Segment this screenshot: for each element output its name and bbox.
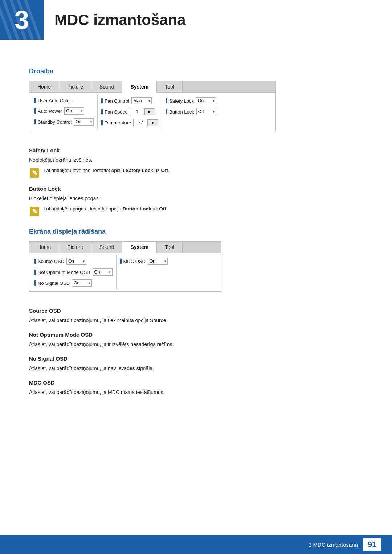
no-signal-heading: No Signal OSD [29,356,363,362]
standby-control-label: Standby Control [38,119,72,125]
not-optimum-heading: Not Optimum Mode OSD [29,332,363,338]
tab-home-1[interactable]: Home [29,81,59,92]
indicator [34,259,36,264]
temperature-arrow[interactable]: ► [148,119,158,126]
tab-tool-1[interactable]: Tool [157,81,183,92]
auto-power-select-wrap[interactable]: On Off [64,107,84,115]
indicator [101,109,103,114]
indicator [34,280,36,286]
row-user-auto-color: User Auto Color [34,95,94,106]
tab-home-2[interactable]: Home [29,242,59,253]
indicator [34,108,36,114]
standby-select-wrap[interactable]: On Off [74,118,94,126]
panel2-col1: Source OSD On Off Not Optimum Mode OSD O… [31,255,116,289]
not-optimum-desc: Atlasiet, vai parādīt paziņojumu, ja ir … [29,341,363,348]
button-lock-note: Lai atbloķētu pogas , iestatiet opciju B… [44,205,167,213]
fan-speed-arrow[interactable]: ► [144,108,155,115]
section2-heading: Ekrāna displeja rādīšana [29,228,363,235]
safety-lock-label: Safety Lock [169,98,194,104]
fan-speed-value: 1 [130,108,144,115]
button-lock-heading: Button Lock [29,186,363,192]
section2-panel: Home Picture Sound System Tool Source OS… [29,241,221,292]
chapter-title: MDC izmantošana [54,11,186,29]
footer-text: 3 MDC izmantošana [309,542,358,548]
mdc-osd-select[interactable]: On Off [148,258,168,265]
tab-tool-2[interactable]: Tool [157,242,183,253]
not-optimum-label: Not Optimum Mode OSD [38,270,90,275]
user-auto-color-label: User Auto Color [38,98,71,103]
button-lock-select-wrap[interactable]: Off On [196,108,216,115]
not-optimum-select-wrap[interactable]: On Off [93,268,113,276]
button-lock-label: Button Lock [169,109,194,115]
safety-lock-note: Lai atbloķētu izvēlnes, iestatiet opciju… [44,167,170,174]
indicator [166,109,167,114]
safety-lock-select-wrap[interactable]: On Off [196,97,216,104]
no-signal-select[interactable]: On Off [72,279,92,287]
row-temperature: Temperature 77 ► [101,117,159,128]
temperature-value: 77 [133,119,148,126]
tab-picture-2[interactable]: Picture [59,242,91,253]
mdc-osd-heading: MDC OSD [29,379,363,386]
indicator [101,98,103,103]
row-fan-speed: Fan Speed 1 ► [101,106,159,117]
section1-heading: Drošība [29,67,363,75]
fan-control-select-wrap[interactable]: Man... Auto [131,97,152,104]
row-standby-control: Standby Control On Off [34,116,94,127]
tab-sound-2[interactable]: Sound [91,242,122,253]
no-signal-desc: Atlasiet, vai parādīt paziņojumu, ja nav… [29,365,363,372]
footer-page: 91 [363,538,381,551]
indicator [120,259,122,264]
row-no-signal: No Signal OSD On Off [34,278,113,288]
chapter-number: 3 [15,7,29,33]
tab-sound-1[interactable]: Sound [91,81,122,92]
safety-lock-desc: Nobloķējiet ekrāna izvēlnes. [29,156,363,164]
row-fan-control: Fan Control Man... Auto [101,95,159,106]
button-lock-desc: Bloķējiet displeja ierīces pogas. [29,195,363,202]
auto-power-label: Auto Power [38,108,62,114]
not-optimum-select[interactable]: On Off [93,268,113,276]
note-icon-1: ✎ [29,168,40,178]
button-lock-select[interactable]: Off On [196,108,216,115]
tab-system-2[interactable]: System [122,242,157,253]
temperature-label: Temperature [105,120,131,126]
indicator [101,120,103,125]
panel2-col2: MDC OSD On Off [116,255,171,289]
mdc-osd-desc: Atlasiet, vai parādīt paziņojumu, ja MDC… [29,389,363,396]
source-osd-label: Source OSD [38,259,64,264]
safety-lock-heading: Safety Lock [29,147,363,153]
fan-control-label: Fan Control [105,98,129,104]
indicator [166,98,167,103]
row-source-osd: Source OSD On Off [34,256,113,267]
safety-lock-note-row: ✎ Lai atbloķētu izvēlnes, iestatiet opci… [29,167,363,178]
footer: 3 MDC izmantošana 91 [0,535,392,554]
main-content: Drošība Home Picture Sound System Tool U… [0,40,392,428]
indicator [34,270,36,275]
panel1-col1: User Auto Color Auto Power On Off Standb… [31,95,97,129]
button-lock-note-row: ✎ Lai atbloķētu pogas , iestatiet opciju… [29,205,363,217]
standby-select[interactable]: On Off [74,118,94,126]
source-osd-select[interactable]: On Off [66,258,86,265]
safety-lock-select[interactable]: On Off [196,97,216,104]
row-mdc-osd: MDC OSD On Off [119,256,168,267]
no-signal-select-wrap[interactable]: On Off [72,279,92,287]
note-icon-2: ✎ [29,206,40,217]
tab-picture-1[interactable]: Picture [59,81,91,92]
svg-text:✎: ✎ [32,208,37,215]
row-not-optimum: Not Optimum Mode OSD On Off [34,267,113,278]
mdc-osd-select-wrap[interactable]: On Off [148,258,168,265]
row-button-lock: Button Lock Off On [165,106,217,117]
source-osd-desc: Atlasiet, vai parādīt paziņojumu, ja tie… [29,317,363,324]
source-osd-select-wrap[interactable]: On Off [66,258,86,265]
mdc-osd-label: MDC OSD [123,259,146,264]
fan-speed-control: 1 ► [130,108,155,115]
fan-control-select[interactable]: Man... Auto [131,97,152,104]
row-auto-power: Auto Power On Off [34,106,94,116]
chapter-number-block: 3 [0,0,44,40]
source-osd-heading: Source OSD [29,308,363,314]
section1-panel: Home Picture Sound System Tool User Auto… [29,81,276,131]
section2-tabs: Home Picture Sound System Tool [29,242,221,253]
row-safety-lock: Safety Lock On Off [165,95,217,106]
tab-system-1[interactable]: System [122,81,157,93]
chapter-title-block: MDC izmantošana [44,0,186,40]
auto-power-select[interactable]: On Off [64,107,84,115]
